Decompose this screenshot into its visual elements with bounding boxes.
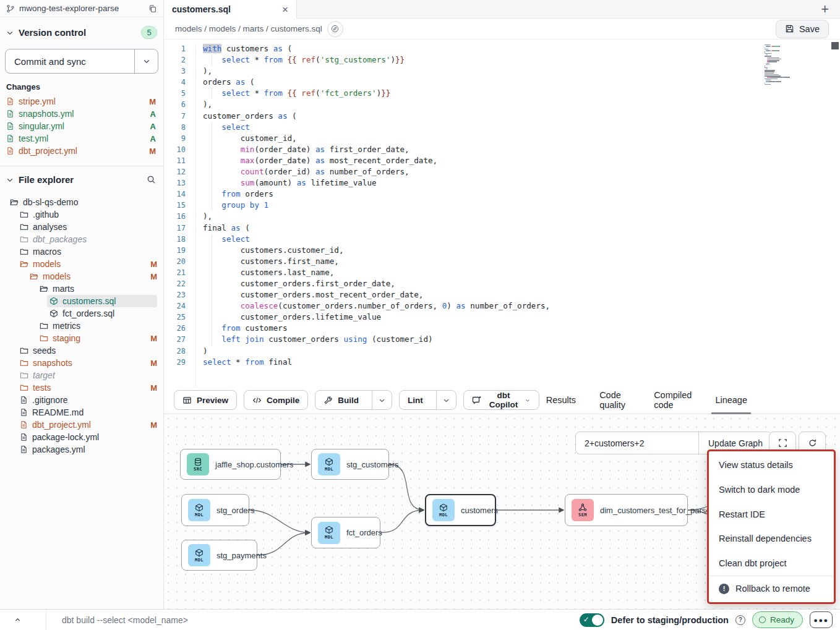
lineage-node-dim_customers[interactable]: SEM dim_customers_test_for_parse <box>565 494 688 526</box>
lineage-canvas[interactable]: SRC jaffle_shop.customers MDL stg_custom… <box>164 414 840 609</box>
code-line[interactable]: customers.customer_id, <box>203 245 840 256</box>
tree-item-marts[interactable]: marts <box>0 283 163 295</box>
tree-item-package-lock-yml[interactable]: package-lock.yml <box>0 431 163 443</box>
code-line[interactable]: customer_id, <box>203 133 840 144</box>
change-item[interactable]: snapshots.yml A <box>0 108 163 120</box>
chevron-down-icon[interactable] <box>6 29 14 36</box>
code-line[interactable]: ), <box>203 211 840 222</box>
change-item[interactable]: test.yml A <box>0 132 163 145</box>
code-editor[interactable]: 1234567891011121314151617181920212223242… <box>164 40 840 386</box>
defer-toggle[interactable]: ✓ <box>580 613 604 627</box>
tab-customers-sql[interactable]: customers.sql × <box>164 0 297 19</box>
build-button-main[interactable]: Build <box>315 391 367 409</box>
code-line[interactable]: customers.first_name, <box>203 256 840 267</box>
menu-item-rollback-to-remote[interactable]: !Rollback to remote <box>709 576 834 601</box>
tree-item-readme-md[interactable]: README.md <box>0 406 163 419</box>
save-button[interactable]: Save <box>776 20 829 38</box>
code-line[interactable]: final as ( <box>203 223 840 234</box>
lineage-node-stg_payments[interactable]: MDL stg_payments <box>181 540 257 571</box>
lineage-node-customers[interactable]: MDL customers <box>425 494 496 526</box>
code-line[interactable]: select <box>203 122 840 133</box>
code-line[interactable]: select * from final <box>203 357 840 368</box>
commit-and-sync-button[interactable]: Commit and sync <box>5 49 158 74</box>
new-tab-button[interactable]: + <box>821 1 829 17</box>
tree-item-staging[interactable]: staging M <box>0 332 163 344</box>
code-line[interactable]: select <box>203 234 840 245</box>
code-line[interactable]: max(order_date) as most_recent_order_dat… <box>203 155 840 166</box>
tree-item-packages-yml[interactable]: packages.yml <box>0 443 163 456</box>
tree-item-dbt-project-yml[interactable]: dbt_project.yml M <box>0 419 163 431</box>
search-icon[interactable] <box>147 175 156 184</box>
dbt-copilot-button[interactable]: dbt Copilot <box>463 390 539 410</box>
code-line[interactable]: sum(amount) as lifetime_value <box>203 177 840 189</box>
code-line[interactable]: customer_orders.most_recent_order_date, <box>203 289 840 300</box>
close-icon[interactable]: × <box>282 4 288 15</box>
lint-dropdown-chevron[interactable] <box>436 391 456 409</box>
code-line[interactable]: ), <box>203 66 840 77</box>
change-item[interactable]: dbt_project.yml M <box>0 145 163 157</box>
code-line[interactable]: min(order_date) as first_order_date, <box>203 144 840 155</box>
code-line[interactable]: from orders <box>203 189 840 200</box>
tab-code-quality[interactable]: Code quality <box>599 386 630 414</box>
code-line[interactable]: with customers as ( <box>203 43 840 54</box>
tree-item-analyses[interactable]: analyses <box>0 221 163 233</box>
code-line[interactable]: count(order_id) as number_of_orders, <box>203 166 840 177</box>
chevron-down-icon[interactable] <box>6 176 14 184</box>
code-line[interactable]: customers.last_name, <box>203 267 840 278</box>
change-item[interactable]: singular.yml A <box>0 120 163 132</box>
code-line[interactable]: ), <box>203 99 840 110</box>
copilot-dropdown-chevron[interactable] <box>525 397 530 404</box>
tab-compiled-code[interactable]: Compiled code <box>654 386 692 414</box>
tree-item-models[interactable]: models M <box>0 270 163 283</box>
tree-item-macros[interactable]: macros <box>0 245 163 258</box>
lint-button-main[interactable]: Lint <box>400 391 431 409</box>
code-line[interactable]: customer_orders.lifetime_value <box>203 312 840 323</box>
tab-results[interactable]: Results <box>546 386 576 414</box>
tab-lineage[interactable]: Lineage <box>715 386 747 414</box>
code-line[interactable]: coalesce(customer_orders.number_of_order… <box>203 300 840 312</box>
build-dropdown-chevron[interactable] <box>372 391 392 409</box>
code-line[interactable]: ) <box>203 346 840 357</box>
tree-item-target[interactable]: target <box>0 369 163 381</box>
lineage-node-jaffle[interactable]: SRC jaffle_shop.customers <box>180 449 281 480</box>
menu-item-reinstall-dependencies[interactable]: Reinstall dependencies <box>709 527 834 551</box>
code-line[interactable]: select * from {{ ref('stg_customers')}} <box>203 54 840 66</box>
tree-item-models[interactable]: models M <box>0 258 163 270</box>
lineage-selector-input[interactable]: 2+customers+2 <box>576 432 698 454</box>
copy-icon[interactable] <box>148 4 157 13</box>
compass-icon[interactable] <box>327 21 343 37</box>
tree-item-snapshots[interactable]: snapshots M <box>0 357 163 369</box>
more-options-button[interactable]: ●●● <box>810 611 833 628</box>
lineage-node-fct_orders[interactable]: MDL fct_orders <box>311 517 380 548</box>
code-area[interactable]: with customers as ( select * from {{ ref… <box>196 43 840 386</box>
code-line[interactable]: customer_orders as ( <box>203 111 840 122</box>
tree-item-dbt-packages[interactable]: dbt_packages <box>0 233 163 245</box>
tree-item-fct-orders-sql[interactable]: fct_orders.sql <box>0 307 163 320</box>
menu-item-switch-to-dark-mode[interactable]: Switch to dark mode <box>709 477 834 502</box>
code-line[interactable]: group by 1 <box>203 200 840 211</box>
minimap[interactable] <box>765 45 799 85</box>
lineage-node-stg_orders[interactable]: MDL stg_orders <box>181 494 249 526</box>
tree-item--gitignore[interactable]: .gitignore <box>0 394 163 406</box>
command-input[interactable]: dbt build --select <model_name> <box>62 615 188 625</box>
code-line[interactable]: customer_orders.first_order_date, <box>203 278 840 289</box>
tree-item-customers-sql[interactable]: customers.sql <box>0 295 163 307</box>
menu-item-view-status-details[interactable]: View status details <box>709 453 834 477</box>
scrollbar-thumb[interactable] <box>831 42 839 49</box>
code-line[interactable]: select * from {{ ref('fct_orders')}} <box>203 88 840 99</box>
help-icon[interactable]: ? <box>735 615 745 625</box>
lineage-node-stg_customers[interactable]: MDL stg_customers <box>311 449 389 480</box>
code-line[interactable]: left join customer_orders using (custome… <box>203 334 840 345</box>
code-line[interactable]: from customers <box>203 323 840 334</box>
menu-item-restart-ide[interactable]: Restart IDE <box>709 502 834 527</box>
menu-item-clean-dbt-project[interactable]: Clean dbt project <box>709 551 834 576</box>
preview-button[interactable]: Preview <box>174 390 237 410</box>
compile-button[interactable]: Compile <box>244 390 308 410</box>
commit-dropdown-chevron[interactable] <box>134 49 158 73</box>
tree-item-db-sl-qs-demo[interactable]: db-sl-qs-demo <box>0 196 163 208</box>
tree-item-seeds[interactable]: seeds <box>0 344 163 357</box>
change-item[interactable]: stripe.yml M <box>0 95 163 108</box>
code-line[interactable]: orders as ( <box>203 77 840 88</box>
expand-panel-button[interactable] <box>0 610 46 630</box>
tree-item--github[interactable]: .github <box>0 208 163 221</box>
